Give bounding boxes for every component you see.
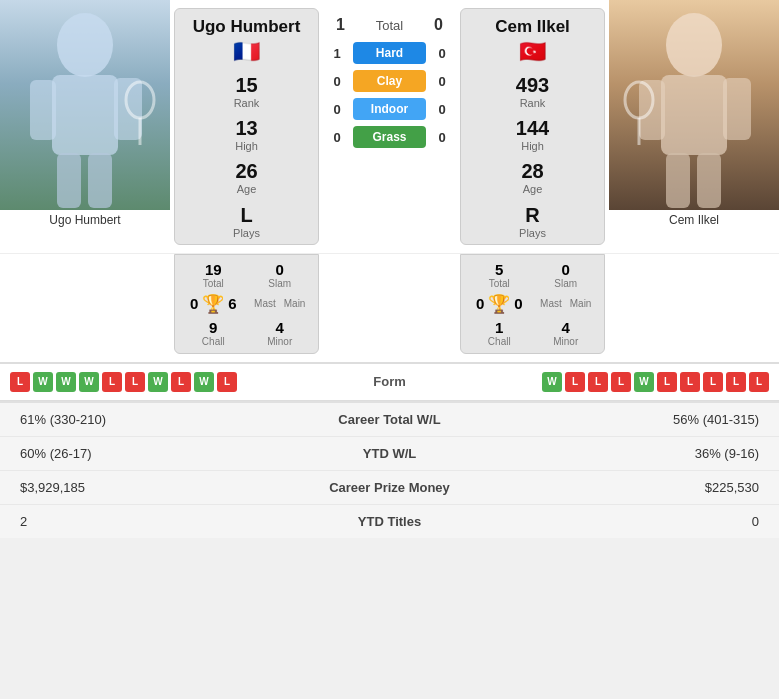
form-pill: L (217, 372, 237, 392)
form-pill: W (542, 372, 562, 392)
hard-button[interactable]: Hard (353, 42, 426, 64)
left-player-photo-col: Ugo Humbert (0, 0, 170, 253)
stat-row: $3,929,185Career Prize Money$225,530 (0, 471, 779, 505)
form-pill: W (634, 372, 654, 392)
center-spacer (323, 254, 456, 362)
surface-row-grass: 0 Grass 0 (323, 126, 456, 148)
grass-button[interactable]: Grass (353, 126, 426, 148)
left-mast-trophy: 0 🏆 6 (185, 293, 242, 315)
main-container: Ugo Humbert Ugo Humbert 🇫🇷 15 Rank 13 Hi… (0, 0, 779, 538)
surface-rows: 1 Hard 0 0 Clay 0 0 Indoor 0 0 Grass (323, 38, 456, 152)
left-high: 13 High (235, 116, 258, 153)
stat-center-label: YTD W/L (280, 446, 500, 461)
form-pill: W (79, 372, 99, 392)
right-slam: 0 Slam (538, 261, 595, 289)
left-lower-stats: 19 Total 0 Slam 0 🏆 6 Mast Main (174, 254, 319, 354)
svg-rect-11 (723, 78, 751, 140)
left-player-photo (0, 0, 170, 210)
form-pill: L (680, 372, 700, 392)
bottom-data-rows: 61% (330-210)Career Total W/L56% (401-31… (0, 401, 779, 538)
left-plays: L Plays (233, 203, 260, 240)
surface-row-indoor: 0 Indoor 0 (323, 98, 456, 120)
stat-left-val: $3,929,185 (20, 480, 280, 495)
svg-rect-12 (666, 153, 690, 208)
svg-rect-2 (30, 80, 56, 140)
lower-stats-row: 19 Total 0 Slam 0 🏆 6 Mast Main (0, 253, 779, 362)
left-lower-left (0, 254, 170, 362)
center-column: 1 Total 0 1 Hard 0 0 Clay 0 0 Indoor (323, 0, 456, 253)
form-pill: L (657, 372, 677, 392)
left-trophy-icon: 🏆 (202, 293, 224, 315)
form-pill: L (749, 372, 769, 392)
left-stats-panel: Ugo Humbert 🇫🇷 15 Rank 13 High 26 Age (174, 8, 319, 245)
total-score-left: 1 (327, 16, 355, 34)
svg-rect-4 (57, 153, 81, 208)
svg-rect-5 (88, 153, 112, 208)
right-grid-stats: 5 Total 0 Slam 0 🏆 0 Mast Main (467, 261, 598, 347)
svg-point-0 (57, 13, 113, 77)
stat-left-val: 60% (26-17) (20, 446, 280, 461)
right-age: 28 Age (521, 159, 543, 196)
form-pill: L (10, 372, 30, 392)
left-mast-main-labels: Mast Main (252, 293, 309, 315)
form-pill: L (703, 372, 723, 392)
form-pill: L (125, 372, 145, 392)
left-player-figure (0, 0, 170, 210)
indoor-button[interactable]: Indoor (353, 98, 426, 120)
stat-right-val: $225,530 (500, 480, 760, 495)
stat-right-val: 0 (500, 514, 760, 529)
stat-left-val: 61% (330-210) (20, 412, 280, 427)
form-pills-left: LWWWLLWLWL (10, 372, 330, 392)
left-flag: 🇫🇷 (179, 39, 314, 65)
form-pill: L (565, 372, 585, 392)
right-mast-trophy: 0 🏆 0 (471, 293, 528, 315)
form-pill: L (611, 372, 631, 392)
form-pill: W (148, 372, 168, 392)
grass-score-left: 0 (323, 130, 351, 145)
right-total: 5 Total (471, 261, 528, 289)
indoor-score-left: 0 (323, 102, 351, 117)
right-lower-stats: 5 Total 0 Slam 0 🏆 0 Mast Main (460, 254, 605, 354)
form-pill: L (726, 372, 746, 392)
stat-right-val: 36% (9-16) (500, 446, 760, 461)
form-pill: L (588, 372, 608, 392)
left-player-name: Ugo Humbert (179, 17, 314, 37)
form-pill: L (102, 372, 122, 392)
clay-score-right: 0 (428, 74, 456, 89)
svg-rect-1 (52, 75, 118, 155)
stat-center-label: Career Prize Money (280, 480, 500, 495)
right-plays: R Plays (519, 203, 546, 240)
total-label: Total (355, 18, 425, 33)
right-chall: 1 Chall (471, 319, 528, 347)
form-center-label: Form (330, 374, 450, 389)
right-minor: 4 Minor (538, 319, 595, 347)
top-comparison-row: Ugo Humbert Ugo Humbert 🇫🇷 15 Rank 13 Hi… (0, 0, 779, 253)
right-high: 144 High (516, 116, 549, 153)
right-mast-main-labels: Mast Main (538, 293, 595, 315)
surface-row-clay: 0 Clay 0 (323, 70, 456, 92)
left-rank: 15 Rank (234, 73, 260, 110)
svg-rect-13 (697, 153, 721, 208)
left-age: 26 Age (235, 159, 257, 196)
form-pill: W (33, 372, 53, 392)
stat-center-label: YTD Titles (280, 514, 500, 529)
grass-score-right: 0 (428, 130, 456, 145)
right-player-photo-name: Cem Ilkel (609, 210, 779, 230)
left-grid-stats: 19 Total 0 Slam 0 🏆 6 Mast Main (181, 261, 312, 347)
indoor-score-right: 0 (428, 102, 456, 117)
form-inner: LWWWLLWLWL Form WLLLWLLLLL (0, 364, 779, 400)
hard-score-right: 0 (428, 46, 456, 61)
right-flag: 🇹🇷 (465, 39, 600, 65)
right-player-name: Cem Ilkel (465, 17, 600, 37)
svg-point-8 (666, 13, 722, 77)
clay-button[interactable]: Clay (353, 70, 426, 92)
stat-center-label: Career Total W/L (280, 412, 500, 427)
right-player-figure (609, 0, 779, 210)
right-rank: 493 Rank (516, 73, 549, 110)
left-player-photo-name: Ugo Humbert (0, 210, 170, 230)
stat-row: 61% (330-210)Career Total W/L56% (401-31… (0, 403, 779, 437)
left-chall: 9 Chall (185, 319, 242, 347)
total-row: 1 Total 0 (323, 6, 456, 38)
surface-row-hard: 1 Hard 0 (323, 42, 456, 64)
stat-left-val: 2 (20, 514, 280, 529)
